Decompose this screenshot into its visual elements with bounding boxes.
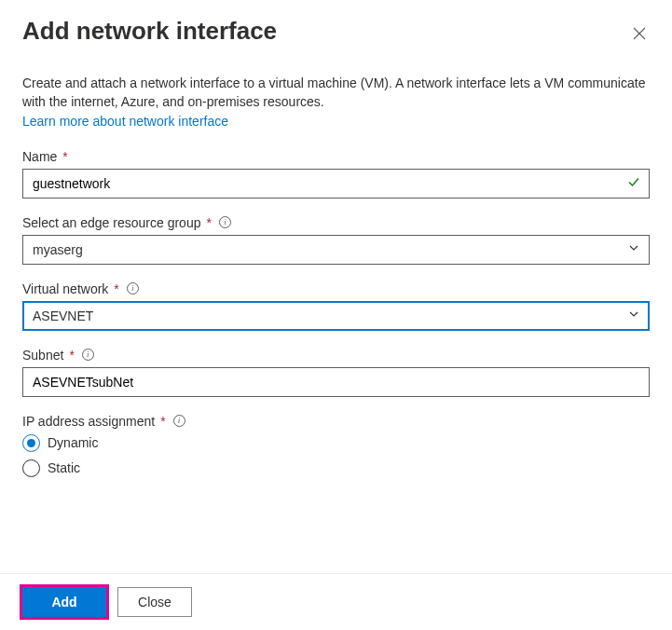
radio-static[interactable]: Static — [22, 459, 650, 477]
subnet-label: Subnet — [22, 348, 63, 363]
radio-dynamic-label: Dynamic — [48, 435, 98, 450]
info-icon[interactable]: i — [219, 216, 231, 228]
learn-more-link[interactable]: Learn more about network interface — [22, 114, 228, 129]
radio-dynamic[interactable]: Dynamic — [22, 434, 650, 452]
info-icon[interactable]: i — [173, 415, 185, 427]
resource-group-label: Select an edge resource group — [22, 215, 200, 230]
resource-group-value: myaserg — [33, 242, 83, 257]
vnet-select[interactable]: ASEVNET — [22, 301, 650, 331]
vnet-label: Virtual network — [22, 281, 108, 296]
page-title: Add network interface — [22, 17, 277, 46]
radio-icon — [22, 459, 40, 477]
chevron-down-icon — [628, 308, 639, 322]
close-button[interactable]: Close — [117, 587, 192, 617]
name-input[interactable] — [22, 169, 650, 199]
required-star: * — [206, 215, 211, 230]
resource-group-select[interactable]: myaserg — [22, 235, 650, 265]
required-star: * — [69, 348, 74, 363]
required-star: * — [160, 414, 165, 429]
required-star: * — [62, 149, 67, 164]
radio-static-label: Static — [48, 460, 80, 475]
ip-assignment-label: IP address assignment — [22, 414, 155, 429]
name-label: Name — [22, 149, 57, 164]
info-icon[interactable]: i — [127, 282, 139, 294]
subnet-input[interactable] — [22, 367, 650, 397]
required-star: * — [114, 281, 118, 296]
vnet-value: ASEVNET — [33, 308, 93, 323]
radio-icon — [22, 434, 40, 452]
close-icon[interactable] — [629, 22, 650, 47]
description-text: Create and attach a network interface to… — [22, 74, 650, 112]
add-button[interactable]: Add — [22, 587, 106, 617]
info-icon[interactable]: i — [82, 349, 94, 361]
chevron-down-icon — [628, 242, 639, 256]
